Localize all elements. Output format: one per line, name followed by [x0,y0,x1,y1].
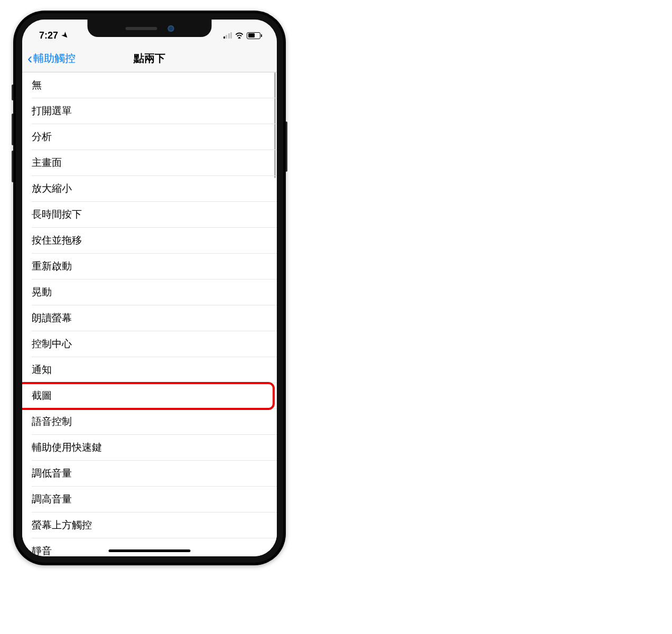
list-item-wrap: 長時間按下 [22,202,277,228]
list-item-label: 晃動 [32,285,52,299]
list-item-wrap: 分析 [22,124,277,150]
cell-signal-icon [223,32,232,39]
back-button[interactable]: ‹ 輔助觸控 [22,50,76,67]
list-item[interactable]: 靜音 [32,538,277,556]
list-item[interactable]: 截圖 [32,383,277,409]
phone-screen: 7:27 ➤ [16,13,283,563]
list-item-wrap: 放大縮小 [22,176,277,202]
list-item-label: 通知 [32,363,52,377]
back-label: 輔助觸控 [33,51,76,66]
list-item[interactable]: 無 [32,72,277,98]
list-item-label: 語音控制 [32,415,72,428]
list-item-wrap: 調高音量 [22,487,277,512]
list-item-label: 調低音量 [32,467,72,480]
list-item-label: 打開選單 [32,104,72,118]
list-item[interactable]: 打開選單 [32,98,277,124]
list-item[interactable]: 朗讀螢幕 [32,305,277,331]
list-item-wrap: 重新啟動 [22,254,277,279]
list-item-label: 截圖 [32,389,52,403]
signal-bar [223,36,225,39]
status-time: 7:27 [39,30,58,41]
list-item-wrap: 通知 [22,357,277,383]
list-item[interactable]: 輔助使用快速鍵 [32,435,277,461]
list-item[interactable]: 螢幕上方觸控 [32,512,277,538]
list-item[interactable]: 按住並拖移 [32,228,277,254]
list-item-wrap: 控制中心 [22,331,277,357]
list-item-label: 長時間按下 [32,208,82,221]
location-arrow-icon: ➤ [60,30,71,41]
list-item[interactable]: 調低音量 [32,461,277,487]
signal-bar [230,32,232,39]
list-item[interactable]: 放大縮小 [32,176,277,202]
list-item-label: 靜音 [32,544,52,556]
list-item[interactable]: 調高音量 [32,487,277,512]
list-item-wrap: 主畫面 [22,150,277,176]
home-indicator[interactable] [109,549,191,552]
silence-switch [12,85,13,100]
list-item-wrap: 晃動 [22,279,277,305]
status-right [223,32,267,39]
chevron-left-icon: ‹ [27,50,32,67]
list-item[interactable]: 長時間按下 [32,202,277,228]
list-item-label: 螢幕上方觸控 [32,518,92,532]
list-item[interactable]: 語音控制 [32,409,277,435]
list-item[interactable]: 控制中心 [32,331,277,357]
speaker-grill [125,27,157,30]
list-item-label: 輔助使用快速鍵 [32,441,102,454]
signal-bar [228,33,230,39]
list-item-label: 分析 [32,130,52,144]
list-item-wrap: 螢幕上方觸控 [22,512,277,538]
list-item-label: 主畫面 [32,156,62,170]
list-item-wrap: 無 [22,72,277,98]
nav-bar: ‹ 輔助觸控 點兩下 [22,45,277,72]
wifi-icon [235,32,244,39]
list-item-label: 重新啟動 [32,259,72,273]
list-item[interactable]: 主畫面 [32,150,277,176]
svg-point-0 [239,37,240,39]
list-item-wrap: 朗讀螢幕 [22,305,277,331]
volume-down-button [12,151,13,182]
list-item-label: 朗讀螢幕 [32,311,72,325]
list-item-wrap: 輔助使用快速鍵 [22,435,277,461]
status-left: 7:27 ➤ [39,30,69,41]
front-camera [167,25,174,32]
list-item-wrap: 截圖 [22,383,277,409]
list-item[interactable]: 重新啟動 [32,254,277,279]
list-item-label: 放大縮小 [32,182,72,195]
list-item-label: 按住並拖移 [32,234,82,247]
list-item-wrap: 語音控制 [22,409,277,435]
list-item-label: 控制中心 [32,337,72,351]
list-item[interactable]: 分析 [32,124,277,150]
notch [88,20,212,37]
list-item-label: 無 [32,78,42,92]
battery-icon [247,32,262,39]
battery-fill [248,33,255,38]
list-item[interactable]: 晃動 [32,279,277,305]
volume-up-button [12,114,13,145]
list-item-wrap: 打開選單 [22,98,277,124]
list-item-wrap: 靜音 [22,538,277,556]
battery-body [247,32,260,39]
list-item[interactable]: 通知 [32,357,277,383]
list-item-label: 調高音量 [32,492,72,506]
phone-frame: 7:27 ➤ [13,11,286,565]
list-item-wrap: 按住並拖移 [22,228,277,254]
list-item-wrap: 調低音量 [22,461,277,487]
battery-tip [261,34,262,37]
power-button [286,122,287,172]
signal-bar [226,35,227,39]
options-list[interactable]: 無打開選單分析主畫面放大縮小長時間按下按住並拖移重新啟動晃動朗讀螢幕控制中心通知… [22,72,277,556]
